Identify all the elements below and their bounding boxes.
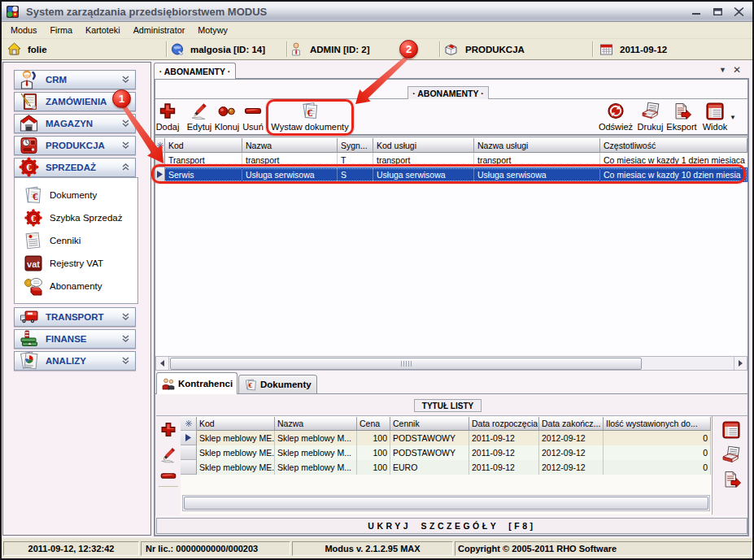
sidebar-group-label: MAGAZYN (46, 119, 122, 128)
details-left-toolbar (156, 415, 181, 514)
edit-label: Edytuj (187, 122, 212, 132)
menu-motywy[interactable]: Motywy (189, 24, 232, 37)
chevron-up-icon (122, 163, 129, 172)
print-button[interactable]: Drukuj (635, 102, 665, 135)
warehouse-icon (19, 114, 39, 134)
user1-segment[interactable]: malgosia [ID: 14] (167, 39, 286, 59)
cell-kod: Sklep meblowy ME... (197, 431, 275, 445)
details-delete-button[interactable] (159, 467, 178, 486)
export-icon (671, 102, 692, 121)
chevron-down-icon (122, 357, 129, 366)
table-row[interactable]: Sklep meblowy ME... Sklep meblowy M... 1… (181, 445, 711, 460)
sidebar-group-produkcja[interactable]: PRODUKCJA (14, 136, 136, 155)
tab-close-icon[interactable]: ✕ (733, 64, 741, 76)
close-button[interactable] (734, 7, 744, 17)
chevron-down-icon (122, 76, 129, 85)
cell-nazwa: Sklep meblowy M... (275, 445, 357, 460)
table-row[interactable]: Sklep meblowy ME... Sklep meblowy M... 1… (181, 460, 711, 475)
column-header-data-rozpoczecia[interactable]: Data rozpoczęcia (469, 417, 539, 431)
column-header-kod-uslugi[interactable]: Kod usługi (373, 138, 474, 153)
chevron-down-icon (122, 119, 129, 128)
context-segment[interactable]: folie (2, 39, 166, 59)
details-export-button[interactable] (721, 469, 742, 490)
view-dropdown-icon[interactable]: ▼ (730, 114, 736, 121)
cell-ilosc: 0 (604, 460, 711, 475)
tab-dokumenty[interactable]: € Dokumenty (238, 375, 317, 394)
cell-data-rozpoczecia: 2011-09-12 (469, 460, 539, 475)
context-label: folie (28, 45, 47, 54)
delete-button[interactable]: Usuń (241, 102, 265, 135)
annotation-box-issue-button (266, 99, 354, 136)
grid-horizontal-scrollbar[interactable] (155, 356, 747, 371)
sidebar-group-finanse[interactable]: FINANSE (14, 329, 136, 349)
export-button[interactable]: Eksport (664, 102, 700, 135)
current-row-marker (181, 431, 197, 445)
user1-label: malgosia [ID: 14] (190, 45, 265, 54)
column-header-czestotliwosc[interactable]: Częstotliwość (600, 138, 747, 153)
annotation-step-1: 1 (112, 89, 131, 108)
maximize-button[interactable] (713, 7, 723, 17)
row-marker (181, 460, 197, 475)
refresh-button[interactable]: Odśwież (599, 102, 633, 135)
scrollbar-thumb[interactable] (170, 358, 642, 370)
sidebar-group-crm[interactable]: CRM (14, 70, 136, 89)
details-right-toolbar (712, 415, 747, 514)
sidebar-item-label: Dokumenty (50, 190, 97, 200)
minimize-button[interactable] (691, 7, 702, 17)
details-view-button[interactable] (721, 419, 742, 441)
scrollbar-thumb[interactable] (184, 497, 708, 510)
column-header-nazwa[interactable]: Nazwa (275, 417, 357, 431)
column-header-ilosc[interactable]: Ilość wystawionych do... (604, 417, 711, 431)
column-header-data-zakonczenia[interactable]: Data zakończ... (539, 417, 604, 431)
sidebar-item-dokumenty[interactable]: € Dokumenty (15, 184, 137, 206)
sidebar-item-szybka-sprzedaz[interactable]: € Szybka Sprzedaż (15, 206, 137, 229)
column-header-sygn[interactable]: Sygn... (338, 138, 373, 153)
crm-icon (19, 70, 39, 90)
status-copyright: Copyright © 2005-2011 RHO Software (455, 541, 752, 556)
cell-cennik: PODSTAWOWY (390, 445, 469, 460)
menu-kartoteki[interactable]: Kartoteki (76, 24, 124, 37)
tab-kontrahenci[interactable]: Kontrahenci (156, 372, 238, 394)
column-header-cennik[interactable]: Cennik (390, 417, 469, 431)
sidebar-item-abonamenty[interactable]: Abonamenty (15, 275, 137, 297)
sidebar-item-rejestry-vat[interactable]: vat Rejestry VAT (15, 252, 137, 275)
sidebar-group-sprzedaz[interactable]: € SPRZEDAŻ (14, 158, 136, 177)
subscriptions-icon (23, 276, 44, 297)
menu-administrator[interactable]: Administrator (124, 24, 190, 37)
delete-icon (242, 102, 264, 121)
menu-modus[interactable]: Modus (2, 24, 41, 37)
column-header-nazwa-uslugi[interactable]: Nazwa usługi (474, 138, 600, 153)
column-header-nazwa[interactable]: Nazwa (242, 138, 338, 153)
details-print-button[interactable] (721, 445, 742, 466)
table-row[interactable]: Sklep meblowy ME... Sklep meblowy M... 1… (181, 431, 711, 445)
scroll-left-button[interactable] (156, 357, 169, 370)
department-segment[interactable]: PRODUKCJA (440, 39, 592, 59)
date-segment[interactable]: 2011-09-12 (593, 39, 752, 59)
scroll-right-button[interactable] (734, 357, 747, 370)
menu-firma[interactable]: Firma (41, 24, 76, 37)
view-icon (704, 102, 726, 121)
details-edit-button[interactable] (159, 445, 178, 465)
details-horizontal-scrollbar[interactable] (182, 495, 710, 511)
view-button[interactable]: Widok (700, 102, 730, 135)
cell-cena: 100 (357, 460, 390, 475)
hide-details-button[interactable]: UKRYJ SZCZEGÓŁY [F8] (156, 518, 747, 534)
details-add-button[interactable] (159, 420, 178, 440)
clone-button[interactable]: Klonuj (211, 102, 243, 135)
sidebar-item-cenniki[interactable]: Cenniki (15, 229, 137, 252)
column-header-kod[interactable]: Kod (197, 417, 275, 431)
sidebar-group-magazyn[interactable]: MAGAZYN (14, 114, 136, 133)
column-header-kod[interactable]: Kod (165, 138, 242, 153)
cell-cena: 100 (357, 445, 390, 460)
sales-icon: € (19, 158, 39, 178)
sidebar-group-transport[interactable]: TRANSPORT (14, 307, 136, 327)
delete-label: Usuń (242, 122, 264, 132)
add-button[interactable]: Dodaj (153, 102, 182, 135)
tab-abonamenty[interactable]: · ABONAMENTY · (154, 63, 236, 79)
column-header-cena[interactable]: Cena (357, 417, 390, 431)
tab-list-dropdown-icon[interactable]: ▼ (719, 66, 726, 74)
grid-corner-cell (155, 138, 165, 153)
production-icon (19, 136, 39, 156)
home-icon (7, 42, 21, 56)
sidebar-group-analizy[interactable]: ANALIZY (14, 351, 136, 371)
